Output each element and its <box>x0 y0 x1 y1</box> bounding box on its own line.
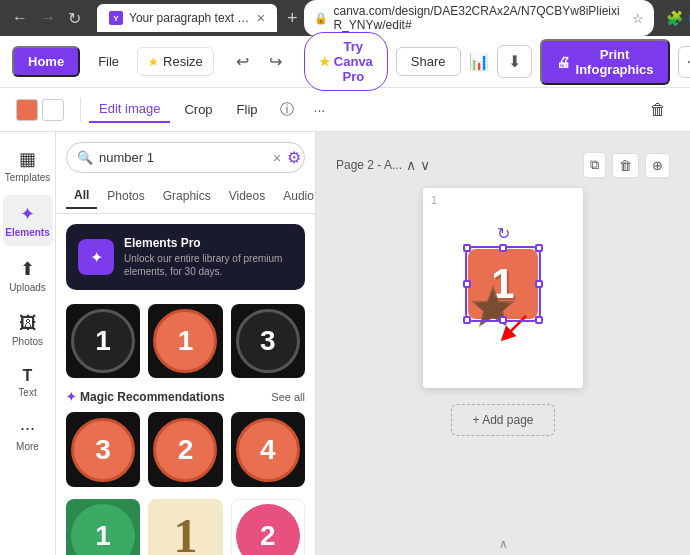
new-tab-button[interactable]: + <box>287 8 298 29</box>
filter-tab-photos[interactable]: Photos <box>99 184 152 208</box>
canvas-page[interactable]: 1 ↻ <box>423 188 583 388</box>
number-3-text: 3 <box>260 325 276 357</box>
svg-marker-3 <box>475 289 511 325</box>
collapse-panel-area[interactable]: ∧ <box>316 533 690 555</box>
elements-pro-banner[interactable]: ✦ Elements Pro Unlock our entire library… <box>66 224 305 290</box>
try-canva-label: Try Canva Pro <box>334 39 373 84</box>
filter-tab-videos[interactable]: Videos <box>221 184 273 208</box>
share-button[interactable]: Share <box>396 47 461 76</box>
element-item-9[interactable]: 2 <box>231 499 305 555</box>
rotate-handle-area[interactable]: ↻ <box>468 224 538 243</box>
pro-icon: ✦ <box>78 239 114 275</box>
edit-image-button[interactable]: Edit image <box>89 96 170 123</box>
more-label: More <box>16 441 39 452</box>
sidebar-item-templates[interactable]: ▦ Templates <box>3 140 53 191</box>
browser-tab[interactable]: Y Your paragraph text - Infographi... × <box>97 4 277 32</box>
search-filter-button[interactable]: ⚙ <box>287 148 301 167</box>
star-element[interactable] <box>467 283 519 338</box>
delete-page-button[interactable]: 🗑 <box>612 153 639 178</box>
tab-close-button[interactable]: × <box>257 10 265 26</box>
resize-label: Resize <box>163 54 203 69</box>
stats-icon[interactable]: 📊 <box>469 52 489 71</box>
undo-button[interactable]: ↩ <box>230 46 255 77</box>
photos-icon: 🖼 <box>19 313 37 334</box>
more-options-button[interactable]: ··· <box>678 46 690 78</box>
add-page-button[interactable]: + Add page <box>451 404 554 436</box>
sidebar-item-text[interactable]: T Text <box>3 359 53 406</box>
number-circle-dark-3: 3 <box>236 309 300 373</box>
star-svg <box>467 283 519 335</box>
number-circle-salmon-2: 2 <box>153 418 217 482</box>
home-button[interactable]: Home <box>12 46 80 77</box>
elements-icon: ✦ <box>20 203 35 225</box>
file-menu[interactable]: File <box>88 48 129 75</box>
page-action-buttons: ⧉ 🗑 ⊕ <box>583 152 670 178</box>
refresh-button[interactable]: ↻ <box>64 7 85 30</box>
resize-button[interactable]: ★ Resize <box>137 47 214 76</box>
text-icon: T <box>23 367 33 385</box>
redo-button[interactable]: ↪ <box>263 46 288 77</box>
forward-button[interactable]: → <box>36 7 60 29</box>
element-item-4[interactable]: 3 <box>66 412 140 486</box>
see-all-button[interactable]: See all <box>271 391 305 403</box>
resize-handle-tr[interactable] <box>535 244 543 252</box>
canvas-area: Page 2 - A... ∧ ∨ ⧉ 🗑 ⊕ 1 ↻ <box>316 132 690 555</box>
filter-tab-audio[interactable]: Audio <box>275 184 316 208</box>
rotate-handle[interactable]: ↻ <box>497 224 510 243</box>
element-item-7[interactable]: 1 <box>66 499 140 555</box>
page-header-row: Page 2 - A... ∧ ∨ ⧉ 🗑 ⊕ <box>336 152 670 178</box>
number-circle-salmon-1: 1 <box>153 309 217 373</box>
number-ornate-1: 1 <box>173 508 197 555</box>
extensions-icon[interactable]: 🧩 <box>666 10 683 26</box>
search-input[interactable] <box>99 150 267 165</box>
number-1-text: 1 <box>95 325 111 357</box>
add-page-inline-button[interactable]: ⊕ <box>645 153 670 178</box>
page-nav-up[interactable]: ∧ <box>406 157 416 173</box>
primary-color-swatch[interactable] <box>16 99 38 121</box>
number-1-salmon-text: 1 <box>178 325 194 357</box>
secondary-color-swatch[interactable] <box>42 99 64 121</box>
browser-navigation: ← → ↻ <box>8 7 85 30</box>
delete-element-button[interactable]: 🗑 <box>642 96 674 124</box>
element-item-6[interactable]: 4 <box>231 412 305 486</box>
elements-panel: 🔍 × ⚙ All Photos Graphics Videos Audio ✦… <box>56 132 316 555</box>
more-ctx-button[interactable]: ··· <box>306 97 334 123</box>
collapse-arrow-icon[interactable]: ∧ <box>499 537 508 551</box>
page-nav-down[interactable]: ∨ <box>420 157 430 173</box>
main-layout: ▦ Templates ✦ Elements ⬆ Uploads 🖼 Photo… <box>0 132 690 555</box>
crop-button[interactable]: Crop <box>174 97 222 122</box>
flip-button[interactable]: Flip <box>227 97 268 122</box>
try-canva-pro-button[interactable]: ★ Try Canva Pro <box>304 32 388 91</box>
print-icon: 🖨 <box>556 54 570 70</box>
tab-favicon: Y <box>109 11 123 25</box>
info-button[interactable]: ⓘ <box>272 96 302 124</box>
browser-chrome: ← → ↻ Y Your paragraph text - Infographi… <box>0 0 690 36</box>
browser-actions: 🧩 J <box>666 8 690 28</box>
bookmark-icon[interactable]: ☆ <box>632 11 644 26</box>
back-button[interactable]: ← <box>8 7 32 29</box>
element-item-8[interactable]: 1 <box>148 499 222 555</box>
pro-title: Elements Pro <box>124 236 293 250</box>
filter-tab-graphics[interactable]: Graphics <box>155 184 219 208</box>
address-bar[interactable]: 🔒 canva.com/design/DAE32CRAx2A/N7QCBYw8i… <box>304 0 654 36</box>
download-button[interactable]: ⬇ <box>497 45 532 78</box>
search-box[interactable]: 🔍 × ⚙ <box>66 142 305 173</box>
sidebar-item-photos[interactable]: 🖼 Photos <box>3 305 53 355</box>
sidebar-item-more[interactable]: ··· More <box>3 410 53 460</box>
print-infographics-button[interactable]: 🖨 Print Infographics <box>540 39 670 85</box>
search-clear-button[interactable]: × <box>273 150 281 166</box>
canvas-scroll[interactable]: Page 2 - A... ∧ ∨ ⧉ 🗑 ⊕ 1 ↻ <box>316 132 690 533</box>
magic-recommendations-title: ✦ Magic Recommendations <box>66 390 225 404</box>
search-icon: 🔍 <box>77 150 93 165</box>
element-item-3[interactable]: 3 <box>231 304 305 378</box>
sidebar-item-uploads[interactable]: ⬆ Uploads <box>3 250 53 301</box>
resize-handle-br[interactable] <box>535 316 543 324</box>
element-item-5[interactable]: 2 <box>148 412 222 486</box>
filter-tab-all[interactable]: All <box>66 183 97 209</box>
copy-page-button[interactable]: ⧉ <box>583 152 606 178</box>
sidebar-item-elements[interactable]: ✦ Elements <box>3 195 53 246</box>
filter-tabs: All Photos Graphics Videos Audio <box>56 179 315 214</box>
app-toolbar: Home File ★ Resize ↩ ↪ ★ Try Canva Pro S… <box>0 36 690 88</box>
element-item-1[interactable]: 1 <box>66 304 140 378</box>
element-item-2[interactable]: 1 <box>148 304 222 378</box>
